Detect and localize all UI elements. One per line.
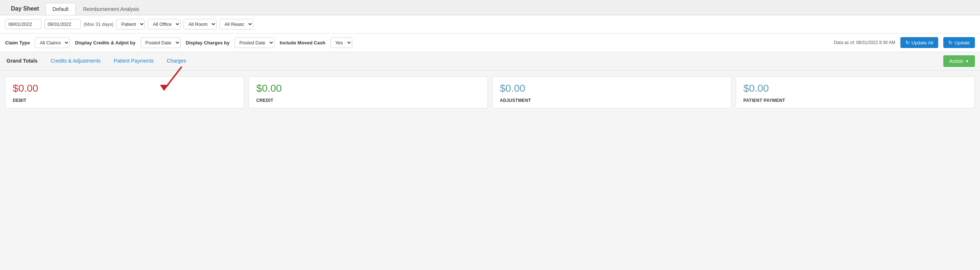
display-credits-select[interactable]: Posted Date xyxy=(141,37,181,48)
patient-payment-amount: $0.00 xyxy=(743,83,967,94)
adjustment-amount: $0.00 xyxy=(500,83,724,94)
cards-row: $0.00 DEBIT $0.00 CREDIT $0.00 ADJUSTMEN… xyxy=(0,70,980,114)
adjustment-label: ADJUSTMENT xyxy=(500,98,724,103)
claim-type-label: Claim Type xyxy=(5,40,30,45)
card-credit: $0.00 CREDIT xyxy=(249,77,488,109)
debit-amount: $0.00 xyxy=(13,83,237,94)
refresh-icon: ↻ xyxy=(948,40,953,45)
card-adjustment: $0.00 ADJUSTMENT xyxy=(492,77,731,109)
credit-amount: $0.00 xyxy=(256,83,480,94)
data-as-of-label: Data as of: 08/31/2022 8:36 AM xyxy=(834,40,895,45)
app-title: Day Sheet xyxy=(4,3,45,15)
room-select[interactable]: All Room xyxy=(184,19,216,29)
tab-default[interactable]: Default xyxy=(45,3,75,15)
credit-label: CREDIT xyxy=(256,98,480,103)
content-tab-patient-payments[interactable]: Patient Payments xyxy=(107,52,160,70)
card-debit: $0.00 DEBIT xyxy=(5,77,244,109)
claim-type-select[interactable]: All Claims xyxy=(35,37,70,48)
debit-label: DEBIT xyxy=(13,98,237,103)
include-moved-cash-select[interactable]: Yes xyxy=(331,37,352,48)
filter-row-1: (Max 31 days) Patient All Office All Roo… xyxy=(0,15,980,34)
include-moved-cash-label: Include Moved Cash xyxy=(280,40,325,45)
top-tab-bar: Day Sheet Default Reimbursement Analysis xyxy=(0,0,980,15)
max-days-label: (Max 31 days) xyxy=(84,21,113,27)
update-all-button[interactable]: ↻ Update All xyxy=(900,37,938,48)
display-charges-label: Display Charges by xyxy=(186,40,230,45)
display-credits-label: Display Credits & Adjmt by xyxy=(75,40,135,45)
display-charges-select[interactable]: Posted Date xyxy=(234,37,274,48)
content-area: Grand Totals Credits & Adjustments Patie… xyxy=(0,52,980,114)
refresh-all-icon: ↻ xyxy=(905,40,910,45)
content-tab-grand-totals[interactable]: Grand Totals xyxy=(0,52,44,70)
date-to-input[interactable] xyxy=(45,19,81,29)
content-tabs-bar: Grand Totals Credits & Adjustments Patie… xyxy=(0,52,980,70)
patient-payment-label: PATIENT PAYMENT xyxy=(743,98,967,103)
content-wrapper: Grand Totals Credits & Adjustments Patie… xyxy=(0,52,980,114)
content-tab-credits-adjustments[interactable]: Credits & Adjustments xyxy=(44,52,107,70)
action-button[interactable]: Action ▼ xyxy=(943,55,975,67)
tab-reimbursement[interactable]: Reimbursement Analysis xyxy=(76,3,146,15)
update-button[interactable]: ↻ Update xyxy=(943,37,975,48)
patient-select[interactable]: Patient xyxy=(116,19,145,29)
content-tab-charges[interactable]: Charges xyxy=(160,52,192,70)
reason-select[interactable]: All Reasc xyxy=(220,19,253,29)
action-caret-icon: ▼ xyxy=(965,59,969,63)
date-from-input[interactable] xyxy=(5,19,41,29)
office-select[interactable]: All Office xyxy=(148,19,181,29)
card-patient-payment: $0.00 PATIENT PAYMENT xyxy=(736,77,975,109)
filter-row-2: Claim Type All Claims Display Credits & … xyxy=(0,34,980,52)
